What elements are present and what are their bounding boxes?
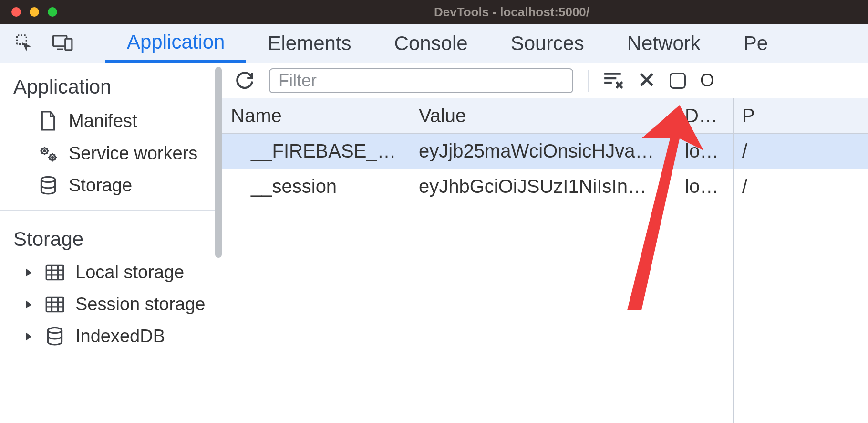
table-empty-area bbox=[222, 204, 868, 423]
scrollbar[interactable] bbox=[215, 67, 222, 258]
device-toggle-icon[interactable] bbox=[52, 33, 73, 54]
sidebar-item-storage[interactable]: Storage bbox=[0, 169, 222, 201]
tab-application[interactable]: Application bbox=[105, 24, 246, 63]
svg-point-8 bbox=[41, 177, 55, 182]
window-minimize-button[interactable] bbox=[30, 7, 39, 17]
sidebar-item-session-storage[interactable]: Session storage bbox=[0, 288, 222, 320]
sidebar-divider bbox=[0, 210, 222, 211]
refresh-icon[interactable] bbox=[235, 70, 255, 92]
sidebar-item-manifest[interactable]: Manifest bbox=[0, 104, 222, 137]
table-icon bbox=[45, 296, 65, 314]
table-header-row: Name Value D… P bbox=[222, 98, 868, 134]
expand-arrow-icon bbox=[23, 299, 34, 310]
table-row[interactable]: __FIREBASE_… eyJjb25maWciOnsicHJva… lo… … bbox=[222, 134, 868, 169]
gears-icon bbox=[38, 144, 58, 163]
svg-point-5 bbox=[44, 150, 45, 151]
workspace: Application Manifest Service workers bbox=[0, 63, 868, 423]
window-zoom-button[interactable] bbox=[48, 7, 57, 17]
tab-bar: Application Elements Console Sources Net… bbox=[0, 24, 868, 63]
filter-input[interactable] bbox=[269, 68, 573, 93]
inspect-element-icon[interactable] bbox=[15, 33, 34, 54]
cell-path: / bbox=[734, 169, 868, 204]
sidebar-item-local-storage[interactable]: Local storage bbox=[0, 256, 222, 288]
cell-domain: lo… bbox=[676, 169, 734, 204]
only-label: O bbox=[700, 70, 714, 91]
column-header-value[interactable]: Value bbox=[410, 98, 676, 133]
window-titlebar: DevTools - localhost:5000/ bbox=[0, 0, 868, 24]
sidebar-item-label: Storage bbox=[69, 175, 132, 196]
svg-rect-3 bbox=[65, 39, 72, 50]
svg-point-19 bbox=[48, 328, 62, 333]
table-icon bbox=[45, 264, 65, 282]
sidebar: Application Manifest Service workers bbox=[0, 63, 222, 423]
file-icon bbox=[38, 110, 58, 132]
column-header-path[interactable]: P bbox=[734, 98, 868, 133]
tab-console[interactable]: Console bbox=[373, 24, 489, 63]
svg-point-7 bbox=[52, 157, 53, 158]
toolbar-separator bbox=[588, 70, 589, 92]
cell-domain: lo… bbox=[676, 134, 734, 169]
svg-rect-14 bbox=[46, 297, 63, 311]
table-body: __FIREBASE_… eyJjb25maWciOnsicHJva… lo… … bbox=[222, 134, 868, 423]
sidebar-section-header-application: Application bbox=[0, 63, 222, 104]
expand-arrow-icon bbox=[23, 331, 34, 342]
svg-rect-0 bbox=[17, 35, 26, 44]
cell-name: __FIREBASE_… bbox=[222, 134, 410, 169]
sidebar-section-header-storage: Storage bbox=[0, 215, 222, 256]
only-show-checkbox[interactable] bbox=[670, 73, 686, 89]
tab-performance[interactable]: Pe bbox=[722, 24, 789, 63]
sidebar-item-label: Manifest bbox=[69, 111, 137, 131]
delete-selected-icon[interactable] bbox=[638, 71, 655, 90]
sidebar-item-label: Service workers bbox=[69, 143, 197, 164]
panel-tabs: Application Elements Console Sources Net… bbox=[105, 24, 789, 63]
cell-value: eyJhbGciOiJSUzI1NiIsIn… bbox=[410, 169, 676, 204]
sidebar-item-indexeddb[interactable]: IndexedDB bbox=[0, 320, 222, 352]
storage-toolbar: O bbox=[222, 63, 868, 98]
database-icon bbox=[38, 176, 58, 196]
traffic-lights bbox=[0, 7, 57, 17]
sidebar-item-label: Session storage bbox=[75, 294, 206, 315]
database-icon bbox=[45, 327, 65, 347]
tab-network[interactable]: Network bbox=[606, 24, 722, 63]
tabbar-left-icons bbox=[0, 29, 86, 58]
sidebar-item-label: Local storage bbox=[75, 262, 184, 283]
cell-name: __session bbox=[222, 169, 410, 204]
window-close-button[interactable] bbox=[11, 7, 21, 17]
expand-arrow-icon bbox=[23, 267, 34, 278]
cell-value: eyJjb25maWciOnsicHJva… bbox=[410, 134, 676, 169]
sidebar-item-label: IndexedDB bbox=[75, 326, 165, 347]
main-panel: O Name Value D… P __FIREBASE_… eyJjb25ma… bbox=[222, 63, 868, 423]
svg-rect-9 bbox=[46, 265, 63, 279]
column-header-domain[interactable]: D… bbox=[676, 98, 734, 133]
cell-path: / bbox=[734, 134, 868, 169]
window-title: DevTools - localhost:5000/ bbox=[434, 5, 589, 20]
clear-all-icon[interactable] bbox=[603, 70, 624, 91]
sidebar-item-service-workers[interactable]: Service workers bbox=[0, 137, 222, 169]
table-row[interactable]: __session eyJhbGciOiJSUzI1NiIsIn… lo… / bbox=[222, 169, 868, 204]
tab-sources[interactable]: Sources bbox=[489, 24, 606, 63]
column-header-name[interactable]: Name bbox=[222, 98, 410, 133]
tab-elements[interactable]: Elements bbox=[246, 24, 372, 63]
